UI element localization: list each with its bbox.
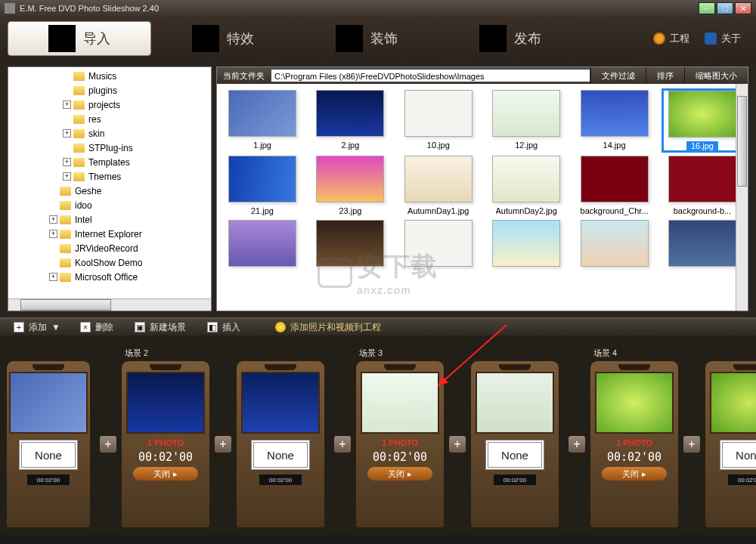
filter-button[interactable]: 文件过滤 [590,67,646,84]
tree-item[interactable]: STPlug-ins [8,141,211,155]
thumbnail[interactable]: 23.jpg [311,156,389,215]
thumbs-vscroll[interactable] [736,84,748,311]
tab-publish[interactable]: 发布 [438,21,582,56]
delete-button[interactable]: 删除 [71,320,122,335]
hint-text: 添加照片和视频到工程 [275,321,381,334]
about-button[interactable]: 关于 [697,29,748,48]
transition-none[interactable]: None [485,440,544,470]
insert-gap-button[interactable]: + [215,436,231,453]
new-scene-button[interactable]: ▣新建场景 [125,320,195,335]
bulb-icon [275,322,286,332]
tree-item[interactable]: plugins [8,83,211,97]
thumbnail[interactable]: 2.jpg [311,90,389,151]
app-icon [5,3,15,14]
folder-icon [73,144,85,153]
photo-count: 1 PHOTO [147,438,184,447]
tree-item[interactable]: JRVideoRecord [8,241,211,255]
path-input[interactable]: C:\Program Files (x86)\FreeDVDPhotoSlide… [271,69,590,82]
transition-card[interactable]: None 00:02'00 [470,360,559,528]
thumbnail[interactable] [223,220,302,270]
tab-effect[interactable]: 特效 [151,21,295,56]
transition-card[interactable]: None 00:02'00 [705,360,756,528]
thumbnail[interactable] [399,220,478,270]
thumb-label: 14.jpg [603,141,626,150]
thumbnail[interactable]: background-b... [663,156,742,215]
scene-card[interactable]: 场景 3 1 PHOTO 00:02'00 关闭 ▸ [355,360,445,528]
folder-icon [73,100,85,110]
tree-item[interactable]: +projects [8,97,211,112]
card-image [476,372,554,434]
tree-hscroll[interactable] [8,298,211,311]
thumbnail[interactable]: background_Chr... [575,156,654,215]
transition-none[interactable]: None [720,440,756,470]
tree-item-label: Geshe [75,186,101,196]
folder-icon [60,215,71,224]
thumbnail[interactable]: AutumnDay2.jpg [487,156,565,215]
insert-gap-button[interactable]: + [334,436,351,453]
thumbsize-button[interactable]: 缩略图大小 [684,67,748,84]
tree-item[interactable]: idoo [8,198,211,212]
card-image [710,372,756,434]
tree-item[interactable]: KoolShow Demo [8,255,211,270]
tree-item-label: STPlug-ins [88,143,133,153]
card-mini-time: 00:02'00 [494,474,536,485]
tree-item-label: projects [88,100,120,110]
scene-card[interactable]: 场景 2 1 PHOTO 00:02'00 关闭 ▸ [121,360,210,528]
tree-item[interactable]: Musics [8,69,211,83]
thumbnail[interactable] [311,220,389,270]
thumbnail[interactable]: 1.jpg [223,90,302,151]
minimize-button[interactable]: ─ [699,2,715,14]
thumb-image [404,220,472,267]
thumbnail[interactable] [575,220,654,270]
scene-card[interactable]: 场景 4 1 PHOTO 00:02'00 关闭 ▸ [590,360,679,528]
scene-group: None 00:02'00 [6,340,91,535]
insert-icon: ◧ [207,322,218,332]
tree-item[interactable]: Geshe [8,184,211,198]
insert-gap-button[interactable]: + [569,436,585,453]
thumbnail[interactable]: 16.jpg [663,90,742,151]
transition-card[interactable]: None 00:02'00 [236,360,325,528]
insert-button[interactable]: ◧插入 [198,320,249,335]
thumbnail[interactable]: 12.jpg [487,90,565,151]
project-button[interactable]: 工程 [646,29,697,48]
close-scene-button[interactable]: 关闭 ▸ [602,467,667,481]
thumbnail[interactable]: 14.jpg [575,90,654,151]
folder-tree[interactable]: Musicsplugins+projectsres+skinSTPlug-ins… [8,66,212,311]
close-scene-button[interactable]: 关闭 ▸ [367,467,432,481]
transition-none[interactable]: None [19,440,78,470]
folder-icon [60,201,71,210]
close-scene-button[interactable]: 关闭 ▸ [133,467,198,481]
thumb-label: background-b... [674,206,731,215]
workspace: Musicsplugins+projectsres+skinSTPlug-ins… [0,60,756,317]
tree-item[interactable]: +skin [8,126,211,141]
timeline[interactable]: None 00:02'00 + 场景 2 1 PHOTO 00:02'00 关闭… [0,335,756,535]
tree-item[interactable]: res [8,112,211,126]
thumbnail[interactable]: 10.jpg [399,90,478,151]
thumbs-area: 1.jpg2.jpg10.jpg12.jpg14.jpg16.jpg21.jpg… [217,84,748,311]
thumb-image [581,90,649,137]
tree-item[interactable]: +Microsoft Office [8,270,211,284]
insert-gap-button[interactable]: + [100,436,116,453]
thumbnail[interactable]: 21.jpg [223,156,302,215]
sort-button[interactable]: 排序 [646,67,684,84]
tree-item[interactable]: +Internet Explorer [8,227,211,241]
tree-item[interactable]: +Intel [8,212,211,227]
close-button[interactable]: ✕ [735,2,751,14]
tree-item[interactable]: +Templates [8,155,211,169]
tree-item[interactable]: +Themes [8,169,211,184]
transition-none[interactable]: None [251,440,310,470]
thumbnail[interactable] [663,220,742,270]
folder-icon [60,244,71,253]
tree-item-label: Templates [88,157,130,168]
thumb-image [492,90,560,137]
tab-decorate[interactable]: 装饰 [295,21,438,56]
tab-import[interactable]: 导入 [8,21,151,56]
thumbnail[interactable]: AutumnDay1.jpg [399,156,478,215]
insert-gap-button[interactable]: + [683,436,700,453]
add-button[interactable]: 添加▼ [5,320,68,335]
effect-icon [192,25,219,52]
transition-card[interactable]: None 00:02'00 [6,360,91,528]
insert-gap-button[interactable]: + [449,436,466,453]
thumbnail[interactable] [487,220,565,270]
maximize-button[interactable]: ☐ [717,2,733,14]
